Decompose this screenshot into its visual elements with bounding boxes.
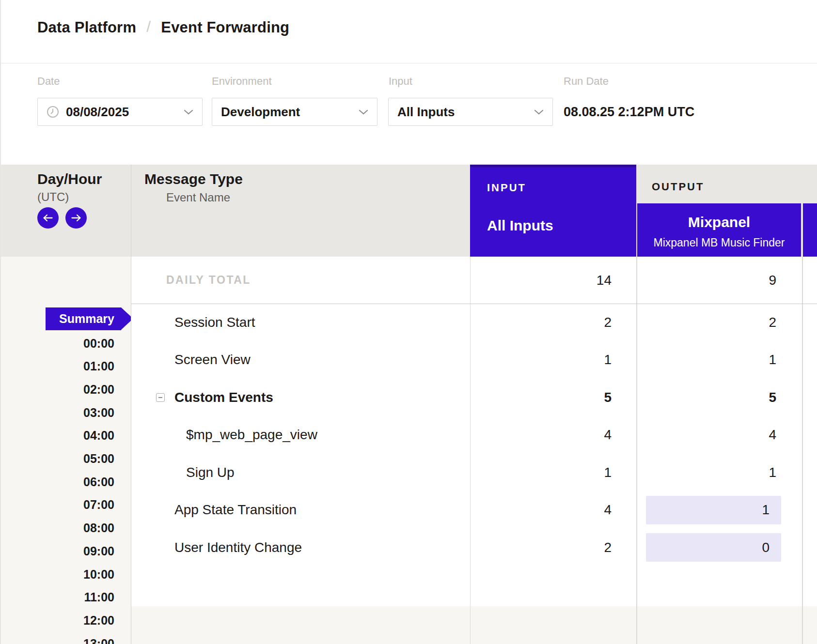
breadcrumb-separator: / (146, 18, 151, 36)
chevron-down-icon (359, 109, 368, 115)
arrow-left-icon (43, 214, 53, 222)
day-hour-title: Day/Hour (37, 171, 102, 187)
input-dropdown[interactable]: All Inputs (388, 98, 553, 126)
arrow-right-icon (71, 214, 81, 222)
hour-label[interactable]: 13:00 (0, 632, 114, 644)
hour-label[interactable]: 00:00 (0, 332, 114, 355)
hour-label[interactable]: 11:00 (0, 586, 114, 609)
input-count-cell[interactable]: 1 (470, 341, 612, 379)
hour-label[interactable]: 04:00 (0, 424, 114, 447)
input-count-cell[interactable]: 4 (470, 491, 612, 529)
hour-label[interactable]: 03:00 (0, 401, 114, 424)
input-count-cell[interactable]: 4 (470, 416, 612, 454)
page-title: Event Forwarding (161, 19, 289, 36)
hour-label[interactable]: 06:00 (0, 470, 114, 493)
input-count-cell[interactable]: 2 (470, 529, 612, 567)
input-value: All Inputs (397, 105, 455, 120)
clock-icon (47, 106, 59, 118)
summary-badge[interactable]: Summary (46, 307, 121, 330)
date-value: 08/08/2025 (66, 105, 129, 120)
output-count-cell[interactable]: 1 (637, 341, 776, 379)
hour-label[interactable]: 10:00 (0, 563, 114, 586)
event-name-label[interactable]: Custom Events (174, 379, 273, 416)
input-column-name: All Inputs (487, 217, 636, 234)
event-name-label[interactable]: App State Transition (174, 491, 297, 529)
output-count-cell[interactable]: 4 (637, 416, 776, 454)
hour-sidebar: Summary 00:0001:0002:0003:0004:0005:0006… (0, 257, 131, 644)
hour-label[interactable]: 01:00 (0, 355, 114, 378)
previous-day-button[interactable] (37, 207, 59, 229)
hour-label[interactable]: 12:00 (0, 609, 114, 632)
daily-total-divider (131, 304, 817, 304)
column-divider (470, 257, 471, 644)
hour-label[interactable]: 05:00 (0, 447, 114, 471)
output-section-label: OUTPUT (652, 181, 704, 193)
hour-label[interactable]: 07:00 (0, 493, 114, 517)
column-divider (636, 257, 637, 644)
date-dropdown[interactable]: 08/08/2025 (37, 98, 203, 126)
output-column-name: Mixpanel (637, 214, 801, 230)
output-count-cell[interactable]: 1 (637, 454, 776, 491)
output-count-cell[interactable]: 2 (637, 304, 776, 341)
date-label: Date (37, 75, 60, 88)
table-footer-area (131, 606, 817, 644)
next-day-button[interactable] (65, 207, 87, 229)
message-type-title: Message Type (144, 171, 243, 187)
daily-total-input-value[interactable]: 14 (470, 257, 612, 304)
hour-label[interactable]: 02:00 (0, 378, 114, 401)
run-date-value: 08.08.25 2:12PM UTC (564, 98, 694, 126)
summary-label: Summary (59, 312, 114, 326)
column-divider (131, 165, 131, 644)
event-name-subtitle: Event Name (166, 191, 230, 204)
input-label: Input (389, 75, 412, 88)
input-count-cell[interactable]: 2 (470, 304, 612, 341)
output-count-cell-highlighted[interactable]: 0 (646, 533, 781, 562)
output-column-header-mixpanel[interactable]: Mixpanel Mixpanel MB Music Finder (637, 203, 801, 257)
column-divider (802, 257, 803, 644)
output-count-cell[interactable]: 5 (637, 379, 776, 416)
breadcrumb-section[interactable]: Data Platform (37, 19, 136, 36)
daily-total-output-value[interactable]: 9 (637, 257, 776, 304)
daily-total-label: DAILY TOTAL (166, 257, 251, 304)
event-name-label[interactable]: Session Start (174, 304, 255, 341)
output-count-cell-highlighted[interactable]: 1 (646, 496, 781, 524)
next-output-column-partial[interactable] (803, 203, 817, 257)
event-name-label[interactable]: Sign Up (186, 454, 235, 491)
environment-value: Development (221, 105, 300, 120)
collapse-minus-icon[interactable] (156, 393, 165, 402)
event-forwarding-page: Data Platform / Event Forwarding Date En… (0, 0, 817, 644)
hour-label[interactable]: 08:00 (0, 517, 114, 540)
day-hour-timezone: (UTC) (37, 190, 69, 204)
run-date-label: Run Date (564, 75, 609, 88)
top-bar: Data Platform / Event Forwarding (0, 0, 817, 63)
output-column-subtitle: Mixpanel MB Music Finder (637, 236, 801, 249)
filter-bar: Date Environment Input Run Date 08/08/20… (0, 63, 817, 165)
input-count-cell[interactable]: 1 (470, 454, 612, 491)
input-section-label: INPUT (487, 182, 636, 194)
event-name-label[interactable]: User Identity Change (174, 529, 302, 567)
input-count-cell[interactable]: 5 (470, 379, 612, 416)
chevron-down-icon (184, 109, 193, 115)
input-column-header[interactable]: INPUT All Inputs (470, 162, 636, 257)
chevron-down-icon (534, 109, 544, 115)
breadcrumb: Data Platform / Event Forwarding (37, 18, 289, 36)
hour-label[interactable]: 09:00 (0, 539, 114, 563)
page-left-border (0, 0, 1, 644)
environment-label: Environment (212, 75, 272, 88)
environment-dropdown[interactable]: Development (212, 98, 377, 126)
event-name-label[interactable]: Screen View (174, 341, 251, 379)
day-navigation (37, 207, 87, 229)
event-name-label[interactable]: $mp_web_page_view (186, 416, 317, 454)
